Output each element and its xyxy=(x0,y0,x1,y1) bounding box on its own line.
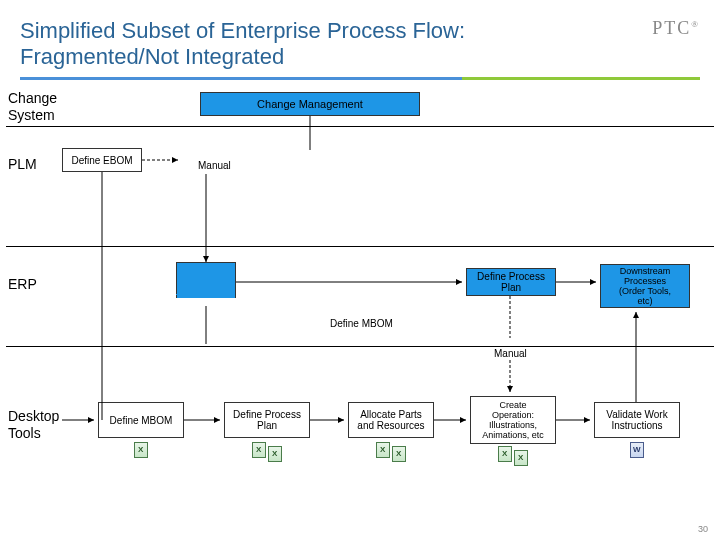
logo-text: PTC xyxy=(652,18,691,38)
excel-icon xyxy=(376,442,390,458)
box-define-ebom: Define EBOM xyxy=(62,148,142,172)
box-change-management: Change Management xyxy=(200,92,420,116)
row-label-erp: ERP xyxy=(8,276,37,293)
row-label-plm: PLM xyxy=(8,156,37,173)
box-define-mbom-desktop: Define MBOM xyxy=(98,402,184,438)
title-area: Simplified Subset of Enterprise Process … xyxy=(0,0,720,88)
box-downstream-processes: Downstream Processes (Order Tools, etc) xyxy=(600,264,690,308)
label-manual-2: Manual xyxy=(494,348,527,359)
divider-1 xyxy=(6,126,714,127)
divider-3 xyxy=(6,346,714,347)
excel-icon xyxy=(134,442,148,458)
box-define-process-plan-desktop: Define Process Plan xyxy=(224,402,310,438)
excel-icon xyxy=(514,450,528,466)
document-shape xyxy=(176,262,236,298)
box-create-operation: Create Operation: Illustrations, Animati… xyxy=(470,396,556,444)
title-line-1: Simplified Subset of Enterprise Process … xyxy=(20,18,465,43)
word-icon xyxy=(630,442,644,458)
excel-icon xyxy=(252,442,266,458)
row-label-desktop-tools: Desktop Tools xyxy=(8,408,59,442)
logo-registered: ® xyxy=(691,19,700,29)
page-number: 30 xyxy=(698,524,708,534)
label-define-mbom: Define MBOM xyxy=(330,318,393,329)
ptc-logo: PTC® xyxy=(652,18,700,39)
title-line-2: Fragmented/Not Integrated xyxy=(20,44,284,69)
box-validate-work: Validate Work Instructions xyxy=(594,402,680,438)
divider-2 xyxy=(6,246,714,247)
slide-title: Simplified Subset of Enterprise Process … xyxy=(20,18,700,71)
title-underline xyxy=(20,77,700,80)
excel-icon xyxy=(392,446,406,462)
excel-icon xyxy=(268,446,282,462)
label-manual-1: Manual xyxy=(198,160,231,171)
box-define-process-plan-erp: Define Process Plan xyxy=(466,268,556,296)
excel-icon xyxy=(498,446,512,462)
box-allocate-parts: Allocate Parts and Resources xyxy=(348,402,434,438)
diagram-area: Change System PLM ERP Desktop Tools Chan… xyxy=(0,88,720,540)
row-label-change-system: Change System xyxy=(8,90,57,124)
